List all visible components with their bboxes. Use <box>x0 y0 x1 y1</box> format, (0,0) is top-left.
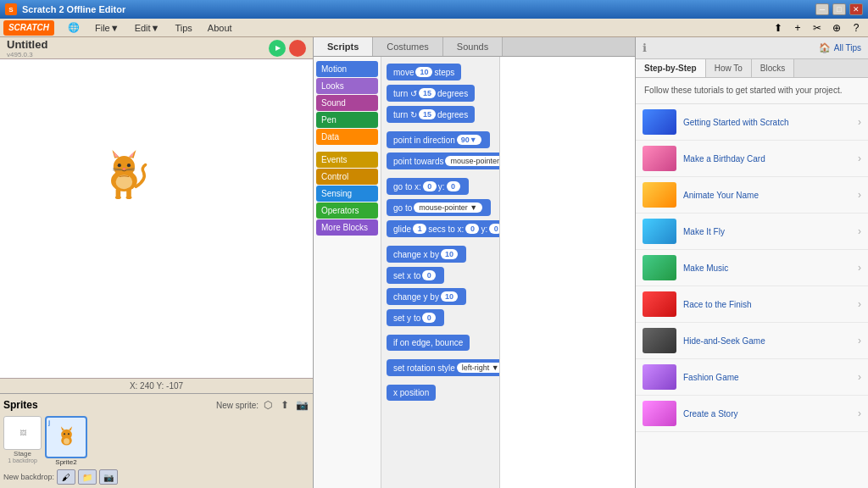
block-point-direction[interactable]: point in direction 90▼ <box>387 131 490 148</box>
tips-label-make-it-fly: Make It Fly <box>683 227 851 236</box>
sprites-list: 🖼 Stage 1 backdrop j <box>3 416 309 466</box>
chevron-right-icon: › <box>858 408 861 419</box>
tips-label-getting-started: Getting Started with Scratch <box>683 118 851 127</box>
tab-how-to[interactable]: How To <box>706 59 752 77</box>
sprites-panel: Sprites New sprite: ⬡ ⬆ 📷 🖼 Stage 1 back… <box>0 393 313 488</box>
tips-nav-tabs: Step-by-Step How To Blocks <box>636 59 868 78</box>
cut-icon[interactable]: ✂ <box>809 20 826 36</box>
tab-step-by-step[interactable]: Step-by-Step <box>636 59 706 77</box>
tips-item-race-to-finish[interactable]: Race to the Finish › <box>636 286 868 323</box>
block-change-y[interactable]: change y by 10 <box>387 288 466 305</box>
category-sound[interactable]: Sound <box>316 95 378 111</box>
chevron-right-icon: › <box>858 189 861 201</box>
block-go-to[interactable]: go to mouse-pointer ▼ <box>387 199 491 216</box>
script-area[interactable] <box>499 57 635 488</box>
stage-controls <box>269 40 306 57</box>
block-point-towards[interactable]: point towards mouse-pointer ▼ <box>387 152 499 169</box>
chevron-right-icon: › <box>858 116 861 128</box>
block-go-to-xy[interactable]: go to x: 0 y: 0 <box>387 178 469 195</box>
edit-menu[interactable]: Edit▼ <box>128 21 167 35</box>
category-events[interactable]: Events <box>316 152 378 168</box>
tips-item-birthday-card[interactable]: Make a Birthday Card › <box>636 141 868 177</box>
minimize-button[interactable]: ─ <box>815 3 829 15</box>
file-menu[interactable]: File▼ <box>88 21 126 35</box>
paint-sprite-button[interactable]: ⬡ <box>260 397 275 413</box>
tips-item-getting-started[interactable]: Getting Started with Scratch › <box>636 104 868 141</box>
sprite2-label: Sprite2 <box>55 458 76 466</box>
upload-icon[interactable]: ⬆ <box>770 20 787 36</box>
block-set-x[interactable]: set x to 0 <box>387 267 444 284</box>
help-icon[interactable]: ? <box>848 20 865 36</box>
category-pen[interactable]: Pen <box>316 112 378 128</box>
tips-item-make-music[interactable]: Make Music › <box>636 250 868 286</box>
category-data[interactable]: Data <box>316 129 378 145</box>
block-if-on-edge[interactable]: if on edge, bounce <box>387 335 470 351</box>
add-icon[interactable]: + <box>789 20 806 36</box>
blocks-list: move 10 steps turn ↺ 15 degrees turn ↻ 1… <box>381 57 499 488</box>
block-x-position[interactable]: x position <box>387 385 436 401</box>
stage-header: Untitled v495.0.3 <box>0 37 313 59</box>
block-set-rotation-style[interactable]: set rotation style left-right ▼ <box>387 359 499 376</box>
copy-icon[interactable]: ⊕ <box>828 20 845 36</box>
svg-point-24 <box>64 438 70 444</box>
tips-item-fashion-game[interactable]: Fashion Game › <box>636 359 868 396</box>
sprite2-thumbnail[interactable]: j <box>45 416 87 458</box>
svg-point-7 <box>127 164 131 167</box>
category-motion[interactable]: Motion <box>316 61 378 77</box>
tips-thumb-animate-name <box>643 182 676 208</box>
stage-backdrop-label: 1 backdrop <box>8 458 37 463</box>
about-menu[interactable]: About <box>201 21 239 35</box>
tips-item-make-it-fly[interactable]: Make It Fly › <box>636 214 868 250</box>
svg-point-8 <box>123 168 125 169</box>
block-row: turn ↻ 15 degrees <box>385 104 496 125</box>
tips-item-animate-name[interactable]: Animate Your Name › <box>636 177 868 214</box>
tips-thumb-make-music <box>643 255 676 280</box>
upload-sprite-button[interactable]: ⬆ <box>277 397 292 413</box>
block-row: set y to 0 <box>385 308 496 328</box>
chevron-right-icon: › <box>858 225 861 237</box>
block-row: move 10 steps <box>385 62 496 82</box>
stop-button[interactable] <box>289 40 306 57</box>
category-operators[interactable]: Operators <box>316 202 378 219</box>
chevron-right-icon: › <box>858 298 861 310</box>
close-button[interactable]: ✕ <box>849 3 863 15</box>
sprites-title: Sprites <box>3 399 38 411</box>
camera-backdrop-button[interactable]: 📷 <box>99 469 118 485</box>
tab-blocks[interactable]: Blocks <box>752 59 794 77</box>
tab-sounds[interactable]: Sounds <box>443 37 503 56</box>
block-row: set x to 0 <box>385 265 496 286</box>
maximize-button[interactable]: □ <box>832 3 846 15</box>
categories-panel: Motion Looks Sound Pen Data Events Contr… <box>314 57 381 488</box>
block-row: if on edge, bounce <box>385 333 496 352</box>
tab-scripts[interactable]: Scripts <box>314 37 373 56</box>
tips-item-create-a-story[interactable]: Create a Story › <box>636 396 868 432</box>
category-more-blocks[interactable]: More Blocks <box>316 219 378 236</box>
new-sprite-controls: New sprite: ⬡ ⬆ 📷 <box>216 397 309 413</box>
stage-thumbnail[interactable]: 🖼 <box>3 416 42 450</box>
upload-backdrop-button[interactable]: 📁 <box>78 469 97 485</box>
svg-point-16 <box>115 196 121 199</box>
svg-point-6 <box>118 164 121 167</box>
globe-icon[interactable]: 🌐 <box>61 20 86 35</box>
camera-sprite-button[interactable]: 📷 <box>294 397 309 413</box>
category-looks[interactable]: Looks <box>316 78 378 94</box>
block-move[interactable]: move 10 steps <box>387 64 461 80</box>
all-tips-link[interactable]: 🏠 All Tips <box>819 42 861 53</box>
category-control[interactable]: Control <box>316 169 378 185</box>
titlebar-left: S Scratch 2 Offline Editor <box>5 3 125 15</box>
category-sensing[interactable]: Sensing <box>316 186 378 202</box>
toolbar-icons: ⬆ + ✂ ⊕ ? <box>770 20 865 36</box>
chevron-right-icon: › <box>858 371 861 383</box>
tips-item-hide-and-seek[interactable]: Hide-and-Seek Game › <box>636 323 868 359</box>
backdrop-section: New backdrop: 🖌 📁 📷 <box>3 469 309 485</box>
block-change-x[interactable]: change x by 10 <box>387 246 466 263</box>
svg-marker-20 <box>68 426 71 430</box>
green-flag-button[interactable] <box>269 40 286 57</box>
block-glide[interactable]: glide 1 secs to x: 0 y: 0 <box>387 220 499 237</box>
paint-backdrop-button[interactable]: 🖌 <box>57 469 75 485</box>
tab-costumes[interactable]: Costumes <box>373 37 443 56</box>
block-set-y[interactable]: set y to 0 <box>387 309 444 326</box>
tips-menu[interactable]: Tips <box>168 21 198 35</box>
block-turn-ccw[interactable]: turn ↺ 15 degrees <box>387 85 475 102</box>
block-turn-cw[interactable]: turn ↻ 15 degrees <box>387 106 475 123</box>
